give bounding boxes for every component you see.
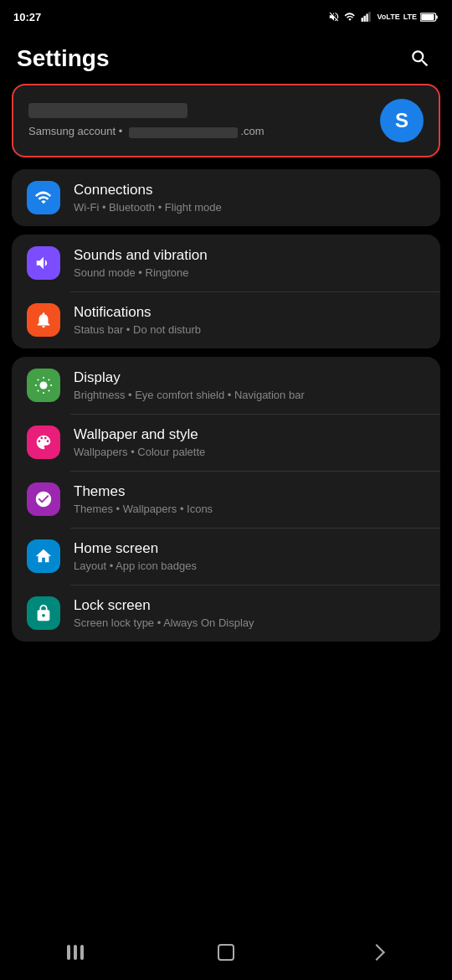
back-icon <box>368 944 385 961</box>
lock-icon <box>34 604 53 622</box>
display-title: Display <box>74 369 425 386</box>
svg-rect-5 <box>436 15 438 18</box>
navigation-bar <box>0 930 452 980</box>
battery-icon <box>420 12 439 23</box>
lte-label: LTE <box>403 13 417 21</box>
svg-rect-6 <box>421 14 434 20</box>
page-header: Settings <box>0 30 452 84</box>
search-button[interactable] <box>405 44 435 74</box>
account-email: Samsung account • .com <box>28 125 370 137</box>
wifi-settings-icon <box>34 188 53 207</box>
wallpaper-text: Wallpaper and style Wallpapers • Colour … <box>74 426 425 458</box>
recents-button[interactable] <box>50 936 100 969</box>
home-icon <box>34 547 53 565</box>
connections-icon <box>27 181 60 214</box>
display-text: Display Brightness • Eye comfort shield … <box>74 369 425 401</box>
connections-subtitle: Wi-Fi • Bluetooth • Flight mode <box>74 201 425 214</box>
account-name-redacted <box>28 103 187 118</box>
palette-icon <box>34 433 53 451</box>
notifications-text: Notifications Status bar • Do not distur… <box>74 304 425 336</box>
themes-subtitle: Themes • Wallpapers • Icons <box>74 503 425 515</box>
recents-icon <box>67 945 84 960</box>
settings-group-display: Display Brightness • Eye comfort shield … <box>12 357 440 642</box>
display-subtitle: Brightness • Eye comfort shield • Naviga… <box>74 389 425 401</box>
settings-item-connections[interactable]: Connections Wi-Fi • Bluetooth • Flight m… <box>12 169 440 226</box>
connections-title: Connections <box>74 182 425 199</box>
notifications-icon <box>27 303 60 337</box>
brightness-icon <box>34 376 53 395</box>
notifications-subtitle: Status bar • Do not disturb <box>74 323 425 336</box>
settings-item-sounds[interactable]: Sounds and vibration Sound mode • Ringto… <box>12 235 440 291</box>
status-bar: 10:27 VoLTE LTE <box>0 0 452 30</box>
lockscreen-icon <box>27 596 60 630</box>
settings-item-display[interactable]: Display Brightness • Eye comfort shield … <box>12 357 440 414</box>
mute-icon <box>328 11 340 23</box>
connections-text: Connections Wi-Fi • Bluetooth • Flight m… <box>74 182 425 214</box>
settings-item-wallpaper[interactable]: Wallpaper and style Wallpapers • Colour … <box>12 414 440 471</box>
wifi-icon <box>343 11 357 23</box>
svg-rect-3 <box>369 12 371 22</box>
theme-icon <box>34 490 53 508</box>
sounds-text: Sounds and vibration Sound mode • Ringto… <box>74 247 425 279</box>
home-icon-nav <box>218 944 234 961</box>
sounds-icon <box>27 246 60 280</box>
search-icon <box>409 48 431 70</box>
svg-rect-0 <box>362 18 363 22</box>
lockscreen-subtitle: Screen lock type • Always On Display <box>74 616 425 629</box>
status-time: 10:27 <box>13 11 41 23</box>
settings-item-homescreen[interactable]: Home screen Layout • App icon badges <box>12 528 440 585</box>
status-icons: VoLTE LTE <box>328 11 439 23</box>
homescreen-subtitle: Layout • App icon badges <box>74 560 425 572</box>
notifications-title: Notifications <box>74 304 425 321</box>
account-email-redacted <box>129 127 238 138</box>
sounds-title: Sounds and vibration <box>74 247 425 264</box>
lockscreen-text: Lock screen Screen lock type • Always On… <box>74 597 425 629</box>
settings-item-themes[interactable]: Themes Themes • Wallpapers • Icons <box>12 471 440 528</box>
svg-rect-1 <box>364 16 366 22</box>
account-info: Samsung account • .com <box>28 103 370 137</box>
themes-text: Themes Themes • Wallpapers • Icons <box>74 483 425 515</box>
account-card[interactable]: Samsung account • .com S <box>12 84 440 157</box>
wallpaper-subtitle: Wallpapers • Colour palette <box>74 446 425 458</box>
wallpaper-title: Wallpaper and style <box>74 426 425 443</box>
lockscreen-title: Lock screen <box>74 597 425 614</box>
settings-item-lockscreen[interactable]: Lock screen Screen lock type • Always On… <box>12 585 440 642</box>
account-avatar: S <box>380 99 424 142</box>
settings-item-notifications[interactable]: Notifications Status bar • Do not distur… <box>12 291 440 348</box>
page-title: Settings <box>17 45 109 72</box>
homescreen-text: Home screen Layout • App icon badges <box>74 540 425 572</box>
svg-point-7 <box>39 381 47 389</box>
homescreen-title: Home screen <box>74 540 425 557</box>
bell-icon <box>34 311 53 329</box>
settings-group-connections: Connections Wi-Fi • Bluetooth • Flight m… <box>12 169 440 226</box>
wallpaper-icon <box>27 426 60 459</box>
homescreen-icon <box>27 539 60 573</box>
signal-icon <box>360 11 373 23</box>
themes-icon <box>27 482 60 516</box>
volte-label: VoLTE <box>377 13 399 21</box>
home-button[interactable] <box>201 936 251 969</box>
back-button[interactable] <box>352 936 402 969</box>
settings-group-sounds: Sounds and vibration Sound mode • Ringto… <box>12 235 440 348</box>
svg-rect-2 <box>367 14 368 22</box>
sounds-subtitle: Sound mode • Ringtone <box>74 266 425 279</box>
display-icon <box>27 369 60 402</box>
volume-icon <box>34 254 53 272</box>
themes-title: Themes <box>74 483 425 500</box>
